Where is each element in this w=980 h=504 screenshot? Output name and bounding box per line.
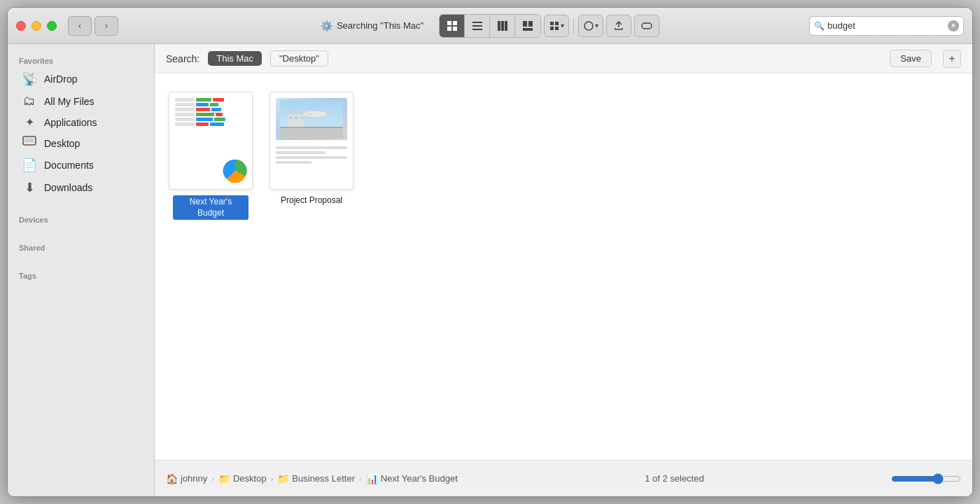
svg-rect-22 [24, 141, 34, 142]
breadcrumb-label-desktop: Desktop [233, 473, 267, 484]
file-item-budget[interactable]: Next Year's Budget [169, 88, 253, 224]
title-icon: ⚙️ [321, 20, 332, 31]
zoom-slider-wrapper [891, 473, 961, 484]
sidebar-item-applications[interactable]: ✦ Applications [10, 112, 151, 132]
svg-rect-27 [287, 114, 304, 127]
finder-window: ‹ › ⚙️ Searching "This Mac" [7, 7, 973, 497]
view-list[interactable] [465, 15, 490, 37]
folder-icon-2: 📁 [277, 473, 289, 484]
svg-point-17 [584, 22, 593, 30]
file-thumbnail-proposal [270, 92, 354, 190]
sidebar-item-desktop[interactable]: Desktop [10, 132, 151, 154]
scope-this-mac-button[interactable]: This Mac [208, 51, 262, 66]
breadcrumb-sep-3: › [359, 475, 362, 483]
breadcrumb-desktop[interactable]: 📁 Desktop [218, 473, 267, 484]
view-cover-flow[interactable] [515, 15, 540, 37]
sidebar-item-label-airdrop: AirDrop [44, 74, 77, 85]
maximize-button[interactable] [47, 21, 57, 31]
search-input[interactable] [827, 20, 945, 31]
action-button[interactable]: ▾ [578, 15, 603, 37]
svg-rect-14 [555, 22, 559, 25]
svg-rect-2 [447, 27, 451, 31]
shared-header: Shared [8, 237, 154, 255]
sidebar-item-label-desktop: Desktop [44, 138, 80, 149]
svg-rect-12 [523, 28, 533, 31]
airdrop-icon: 📡 [22, 71, 37, 87]
svg-rect-10 [523, 21, 527, 27]
file-grid: Next Year's Budget [155, 74, 972, 460]
svg-rect-13 [550, 22, 554, 25]
sidebar: Favorites 📡 AirDrop 🗂 All My Files ✦ App… [8, 44, 155, 496]
zoom-slider[interactable] [891, 473, 961, 484]
share-button[interactable] [606, 15, 631, 37]
selection-status: 1 of 2 selected [458, 473, 891, 484]
svg-rect-28 [294, 111, 298, 114]
sidebar-item-all-my-files[interactable]: 🗂 All My Files [10, 90, 151, 112]
svg-rect-11 [528, 21, 533, 27]
breadcrumb-sep-2: › [271, 475, 274, 483]
applications-icon: ✦ [22, 115, 37, 129]
search-clear-button[interactable]: × [948, 20, 959, 31]
svg-rect-15 [550, 27, 554, 30]
group-button[interactable]: ▾ [544, 15, 569, 37]
scope-desktop-button[interactable]: "Desktop" [270, 50, 328, 66]
sidebar-item-downloads[interactable]: ⬇ Downloads [10, 176, 151, 199]
forward-button[interactable]: › [94, 16, 118, 36]
search-wrapper: 🔍 × [809, 16, 964, 36]
svg-rect-16 [555, 27, 559, 30]
window-title: Searching "This Mac" [337, 20, 424, 31]
view-icon-grid[interactable] [440, 15, 465, 37]
svg-rect-5 [472, 25, 482, 27]
back-button[interactable]: ‹ [68, 16, 92, 36]
svg-rect-21 [24, 140, 34, 141]
svg-rect-7 [498, 21, 500, 31]
file-name-budget: Next Year's Budget [173, 195, 248, 220]
breadcrumb: 🏠 johnny › 📁 Desktop › 📁 Business Letter… [166, 473, 458, 484]
svg-rect-25 [280, 127, 343, 139]
documents-icon: 📄 [22, 158, 37, 173]
spreadsheet-icon: 📊 [366, 473, 378, 484]
file-item-proposal[interactable]: Project Proposal [270, 88, 354, 224]
titlebar: ‹ › ⚙️ Searching "This Mac" [8, 8, 972, 44]
svg-rect-9 [505, 21, 507, 31]
sidebar-item-label-downloads: Downloads [44, 182, 92, 193]
sidebar-item-documents[interactable]: 📄 Documents [10, 154, 151, 176]
sidebar-item-airdrop[interactable]: 📡 AirDrop [10, 68, 151, 90]
svg-rect-8 [501, 21, 504, 31]
main-area: Favorites 📡 AirDrop 🗂 All My Files ✦ App… [8, 44, 972, 496]
svg-rect-20 [24, 139, 34, 139]
favorites-header: Favorites [8, 50, 154, 68]
svg-rect-18 [642, 23, 652, 29]
svg-rect-1 [453, 21, 457, 25]
desktop-icon [22, 136, 37, 150]
nav-buttons: ‹ › [68, 16, 118, 36]
svg-rect-26 [280, 127, 343, 128]
breadcrumb-budget-file[interactable]: 📊 Next Year's Budget [366, 473, 458, 484]
breadcrumb-label-business-letter: Business Letter [292, 473, 355, 484]
home-icon: 🏠 [166, 473, 178, 484]
tag-button[interactable] [634, 15, 659, 37]
breadcrumb-home[interactable]: 🏠 johnny [166, 473, 207, 484]
search-label: Search: [166, 53, 200, 64]
breadcrumb-label-home: johnny [181, 473, 207, 484]
folder-icon-1: 📁 [218, 473, 230, 484]
svg-rect-30 [295, 116, 298, 119]
svg-point-32 [302, 111, 328, 118]
svg-rect-0 [447, 21, 451, 25]
svg-rect-6 [472, 29, 482, 30]
add-criteria-button[interactable]: + [943, 50, 961, 68]
search-scope-bar: Search: This Mac "Desktop" Save + [155, 44, 972, 74]
view-column[interactable] [490, 15, 515, 37]
proposal-image [276, 98, 347, 140]
save-search-button[interactable]: Save [890, 50, 932, 67]
file-thumbnail-budget [169, 92, 253, 190]
titlebar-center: ⚙️ Searching "This Mac" [321, 14, 659, 38]
proposal-image-svg [280, 100, 343, 139]
content-area: Search: This Mac "Desktop" Save + [155, 44, 972, 496]
close-button[interactable] [16, 21, 26, 31]
minimize-button[interactable] [31, 21, 41, 31]
traffic-lights [16, 21, 57, 31]
all-my-files-icon: 🗂 [22, 94, 37, 108]
breadcrumb-business-letter[interactable]: 📁 Business Letter [277, 473, 355, 484]
view-mode-group [439, 14, 541, 38]
